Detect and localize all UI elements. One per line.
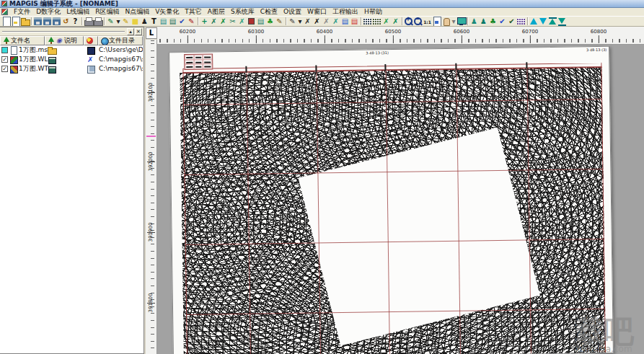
menu-item[interactable]: W窗口 [304, 8, 330, 15]
dropdown-icon[interactable]: ▾ [297, 17, 303, 26]
file-row[interactable]: ✓ 1万图.WL C:\mapgis67\sa... [0, 55, 144, 64]
file-name[interactable]: 1万图.WL [19, 55, 48, 64]
menu-item[interactable]: L线编辑 [63, 8, 92, 15]
next-view-icon[interactable]: ♟ [479, 17, 488, 26]
file-name[interactable]: 1万图.WT [19, 64, 48, 74]
vector-pencil-icon[interactable]: ✎ [288, 17, 297, 26]
tree-icon [2, 37, 10, 45]
zoom-page-icon[interactable] [432, 17, 441, 26]
menu-item[interactable]: 工程输出 [330, 8, 361, 15]
save-point-file-icon[interactable] [33, 17, 43, 26]
horizontal-ruler: 60200603006040060500606006070060800 [157, 27, 644, 45]
smooth-line-icon[interactable]: ✗ [331, 17, 340, 26]
state-icon[interactable] [48, 56, 56, 63]
menu-item[interactable]: F文件 [11, 8, 33, 15]
cut-segment-icon[interactable]: ✗ [303, 17, 312, 26]
corner-ruler-button[interactable]: L [146, 27, 157, 39]
pan-hand-icon[interactable] [441, 17, 451, 26]
ruler-label: 60600 [454, 29, 469, 35]
erase-node-icon[interactable]: ✗ [322, 17, 331, 26]
delete-line-icon[interactable]: ✗ [219, 17, 228, 26]
move-top-icon[interactable] [548, 17, 557, 26]
zoom-in-icon[interactable]: + [404, 17, 413, 26]
move-node-icon[interactable]: + [200, 17, 209, 26]
move-bottom-icon[interactable] [557, 17, 567, 26]
menu-item[interactable]: V矢量化 [152, 8, 182, 15]
cut-line-icon[interactable]: ✂ [228, 17, 237, 26]
new-file-icon[interactable] [1, 17, 11, 26]
file-name[interactable]: 1万图.msi [19, 45, 50, 55]
tree-view-icon[interactable]: ♣ [488, 17, 498, 26]
panel-collapse-button[interactable]: ▴ [127, 28, 134, 35]
column-directory[interactable]: 文件目录 [98, 36, 143, 45]
column-state[interactable] [84, 36, 98, 45]
sheet-number-label: 3-48-13-(31) [356, 50, 399, 56]
open-project-icon[interactable] [20, 17, 30, 26]
menu-item[interactable]: R区编辑 [92, 8, 122, 15]
copy-attributes-icon[interactable]: ▤ [159, 17, 168, 26]
refresh-screen-icon[interactable] [456, 17, 466, 26]
menu-item[interactable]: S系统库 [228, 8, 257, 15]
move-down-icon[interactable] [539, 17, 548, 26]
menu-item[interactable]: C检查 [257, 8, 281, 15]
attribute-book-icon[interactable]: ▤ [168, 17, 177, 26]
save-area-file-icon[interactable] [52, 17, 61, 26]
visible-checkbox[interactable]: ✓ [1, 66, 8, 72]
move-up-icon[interactable] [529, 17, 539, 26]
context-help-icon[interactable]: ? [71, 17, 80, 26]
prev-view-icon[interactable]: ♟ [469, 17, 479, 26]
visible-checkbox[interactable] [1, 47, 8, 53]
print-icon[interactable] [84, 17, 93, 26]
undo-icon[interactable]: ↺ [61, 17, 71, 26]
legend-box [184, 53, 213, 70]
menu-item[interactable]: D数字化 [33, 8, 63, 15]
globe-icon [100, 37, 108, 45]
menu-item[interactable]: N点编辑 [122, 8, 152, 15]
grid-purple-icon[interactable] [516, 17, 526, 26]
column-description[interactable]: 说明 [45, 36, 84, 45]
panel-close-button[interactable]: ✕ [135, 28, 142, 35]
menu-item[interactable]: H帮助 [361, 8, 385, 15]
table2-icon[interactable] [372, 17, 381, 26]
menu-item[interactable]: O设置 [281, 8, 304, 15]
x-green-icon[interactable]: ✗ [381, 17, 391, 26]
note-blue-icon[interactable]: ▤ [340, 17, 350, 26]
zoom-1-1-icon[interactable]: 1:1 [423, 17, 432, 26]
hand-edit-icon[interactable]: ✎ [275, 17, 284, 26]
save-line-file-icon[interactable] [43, 17, 52, 26]
node-edit-icon[interactable]: ✗ [237, 17, 247, 26]
cut-segment2-icon[interactable]: ✗ [312, 17, 322, 26]
dropdown-icon[interactable]: ▾ [115, 17, 121, 26]
note-red-icon[interactable]: ▤ [350, 17, 359, 26]
edit-check-icon[interactable]: ✔ [177, 17, 187, 26]
visible-checkbox[interactable]: ✓ [1, 56, 8, 63]
flash-icon[interactable]: ■ [131, 17, 140, 26]
mapgis-window: MAPGIS 编辑子系统 - [NONAME] F文件D数字化L线编辑R区编辑N… [0, 0, 644, 354]
map-canvas[interactable]: 3-48-13-(31)3-48-13-(3) 载吧 xiazaiba.com [157, 45, 644, 354]
digitize-pencil-icon[interactable]: ✎ [106, 17, 115, 26]
input-point-icon[interactable]: ♟ [140, 17, 149, 26]
menu-item[interactable]: A图层 [205, 8, 228, 15]
snap-pencil-icon[interactable]: ✎ [121, 17, 131, 26]
open-map-icon[interactable] [11, 17, 20, 26]
dropdown-icon[interactable]: ▾ [451, 17, 456, 26]
zoom-out-icon[interactable]: − [413, 17, 423, 26]
file-row[interactable]: 1万图.msi C:\Users\ge\De... [0, 45, 144, 55]
input-text-icon[interactable]: T [149, 17, 159, 26]
state-icon[interactable] [48, 65, 56, 73]
column-filename[interactable]: 文件名 [0, 36, 45, 45]
menu-item[interactable]: T其它 [182, 8, 205, 15]
check-dark-icon[interactable]: ✔ [507, 17, 516, 26]
check-blue-icon[interactable]: ✔ [498, 17, 507, 26]
state-icon[interactable] [48, 46, 56, 54]
library-book-icon[interactable]: ▤ [256, 17, 265, 26]
modify-pencil-icon[interactable]: ✎ [187, 17, 196, 26]
attribute-red-icon[interactable] [247, 17, 256, 26]
panel-splitter[interactable] [2, 31, 125, 32]
table-icon[interactable] [363, 17, 372, 26]
x-green2-icon[interactable]: ✗ [391, 17, 400, 26]
print-preview-icon[interactable] [93, 17, 102, 26]
plant-icon[interactable]: ♣ [265, 17, 275, 26]
file-row[interactable]: ✓ 1万图.WT C:\mapgis67\sa... [0, 64, 144, 74]
edit-line-icon[interactable]: ✗ [209, 17, 219, 26]
